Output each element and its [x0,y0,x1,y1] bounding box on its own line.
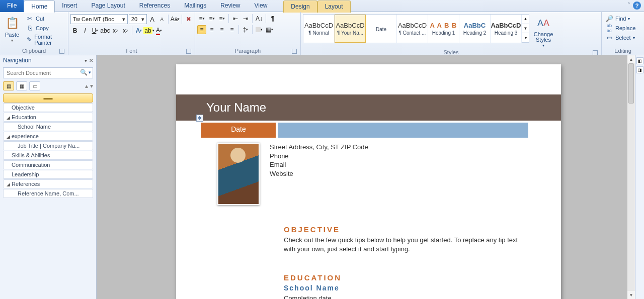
nav-next-icon[interactable]: ▾ [90,82,93,89]
font-name-combo[interactable]: Tw Cen MT (Boc▾ [70,14,128,24]
font-color-button[interactable]: A▾ [154,26,164,35]
table-anchor-icon[interactable]: ✥ [196,115,203,122]
nav-tab-results[interactable]: ▭ [29,81,40,90]
bullets-button[interactable]: ≡▾ [197,14,206,23]
styles-dialog-launcher[interactable] [593,50,598,55]
style-item[interactable]: AaBbCcD¶ Contact ... [397,15,428,43]
date-cell[interactable]: Date [201,123,276,138]
multilevel-button[interactable]: ≡▾ [217,14,226,23]
highlight-button[interactable]: ab▾ [144,26,153,35]
borders-button[interactable]: ▦▾ [265,25,274,34]
align-right-button[interactable]: ≡ [217,25,226,34]
gallery-more-icon[interactable]: ▾ [522,33,529,43]
line-spacing-button[interactable]: ‡▾ [241,25,250,34]
change-case-button[interactable]: Aa▾ [171,15,180,24]
style-item[interactable]: AaBbCHeading 2 [459,15,491,43]
underline-button[interactable]: U▾ [91,26,100,35]
profile-photo[interactable] [217,143,260,205]
tab-insert[interactable]: Insert [55,0,84,12]
font-size-combo[interactable]: 20▾ [129,14,147,24]
bold-button[interactable]: B [70,26,79,35]
sort-button[interactable]: A↓ [255,14,264,23]
nav-item[interactable]: Objective [3,103,93,112]
format-painter-button[interactable]: ✎Format Painter [24,33,66,46]
objective-heading[interactable]: OBJECTIVE [284,225,561,234]
scroll-thumb[interactable] [628,63,634,104]
replace-button[interactable]: abacReplace [604,24,637,33]
scroll-up-icon[interactable]: ▲ [627,55,635,63]
text-effects-button[interactable]: A▾ [134,26,143,35]
ribbon-collapse-icon[interactable]: ˆ [628,2,630,9]
resume-name-heading[interactable]: Your Name ✥ [176,94,561,121]
style-item[interactable]: AaBbCcDHeading 3 [491,15,522,43]
nav-prev-icon[interactable]: ▴ [85,82,88,89]
tab-design[interactable]: Design [283,1,317,13]
style-item[interactable]: AaBbCcD¶ Normal [303,15,335,43]
find-button[interactable]: 🔎Find▾ [604,14,637,23]
strikethrough-button[interactable]: abc [101,26,110,35]
change-styles-button[interactable]: AA Change Styles ▾ [531,14,555,49]
select-button[interactable]: ▭Select▾ [604,33,637,42]
italic-button[interactable]: I [80,26,90,35]
nav-tab-pages[interactable]: ▦ [16,81,27,90]
tab-page-layout[interactable]: Page Layout [84,0,132,12]
education-heading[interactable]: EDUCATION [284,273,561,282]
tab-view[interactable]: View [248,0,275,12]
subscript-button[interactable]: x2 [111,26,120,35]
cut-button[interactable]: ✂Cut [24,14,66,23]
vertical-scrollbar[interactable]: ▲ ▼ [627,55,635,299]
paragraph-dialog-launcher[interactable] [292,49,297,54]
nav-item[interactable]: Skills & Abilities [3,151,93,160]
nav-item[interactable]: Communication [3,160,93,169]
show-marks-button[interactable]: ¶ [268,14,277,23]
nav-item[interactable]: School Name [3,122,93,131]
tab-home[interactable]: Home [24,1,55,13]
style-item[interactable]: AaBbCcD¶ Your Na... [335,15,366,43]
increase-indent-button[interactable]: ⇥ [241,14,250,23]
rail-btn-1[interactable]: ◧ [636,57,643,64]
grow-font-button[interactable]: A [148,15,156,24]
gallery-down-icon[interactable]: ▼ [522,24,529,34]
shading-button[interactable]: ▾ [255,25,264,34]
blue-band[interactable] [278,123,528,138]
tab-layout[interactable]: Layout [317,1,351,13]
style-item[interactable]: A A B BHeading 1 [428,15,459,43]
shrink-font-button[interactable]: A [157,15,166,24]
tab-references[interactable]: References [132,0,177,12]
objective-body[interactable]: Check out the few quick tips below to he… [284,236,531,253]
nav-item[interactable]: Reference Name, Com... [3,189,93,198]
align-left-button[interactable]: ≡ [197,25,206,34]
nav-item[interactable]: ◢experience [3,132,93,141]
clear-formatting-button[interactable]: ✖ [184,15,193,24]
document-area[interactable]: Your Name ✥ Date Street Address, City, S… [97,55,635,299]
numbering-button[interactable]: ≡▾ [207,14,216,23]
nav-item[interactable]: ◢References [3,179,93,188]
nav-item[interactable]: Leadership [3,170,93,179]
nav-close-icon[interactable]: ✕ [89,58,93,63]
school-name[interactable]: School Name [284,284,561,292]
justify-button[interactable]: ≡ [227,25,236,34]
tab-file[interactable]: File [0,0,24,12]
clipboard-dialog-launcher[interactable] [59,49,64,54]
style-item[interactable]: Date [366,15,397,43]
gallery-up-icon[interactable]: ▲ [522,15,529,24]
completion-date[interactable]: Completion date [284,294,531,299]
nav-item[interactable]: Job Title | Company Na... [3,141,93,150]
tab-review[interactable]: Review [213,0,247,12]
rail-btn-2[interactable]: ◨ [636,66,643,73]
font-dialog-launcher[interactable] [186,49,191,54]
align-center-button[interactable]: ≡ [207,25,216,34]
chevron-down-icon[interactable]: ▾ [89,70,91,75]
nav-item[interactable]: ◢Education [3,113,93,122]
search-icon[interactable]: 🔍 [80,69,88,76]
scroll-down-icon[interactable]: ▼ [627,291,635,299]
decrease-indent-button[interactable]: ⇤ [231,14,240,23]
help-icon[interactable]: ? [633,2,641,10]
tab-mailings[interactable]: Mailings [177,0,213,12]
contact-block[interactable]: Street Address, City, ST ZIP Code Phone … [270,143,368,205]
nav-top-marker[interactable]: ▬▬ [3,93,93,103]
nav-tab-headings[interactable]: ▤ [3,81,14,90]
copy-button[interactable]: ⎘Copy [24,24,66,33]
superscript-button[interactable]: x2 [121,26,130,35]
paste-button[interactable]: 📋 Paste ▾ [2,14,22,44]
